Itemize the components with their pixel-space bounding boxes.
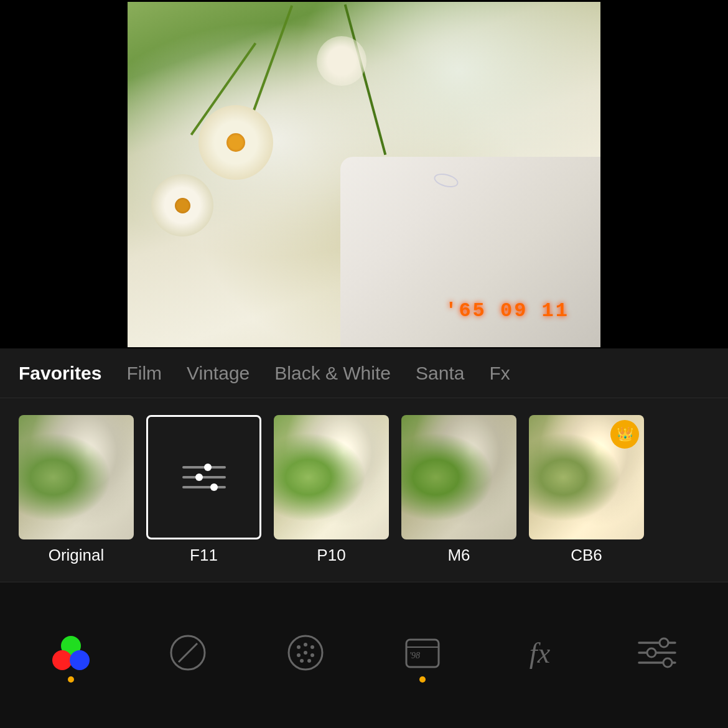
preset-f11-thumb xyxy=(146,415,261,539)
preset-f11-label: F11 xyxy=(190,546,218,565)
preset-m6-thumb xyxy=(401,415,516,539)
crown-icon: 👑 xyxy=(617,426,633,442)
preset-p10-img xyxy=(274,415,389,539)
preset-p10[interactable]: P10 xyxy=(274,415,389,565)
preset-cb6[interactable]: 👑 CB6 xyxy=(529,415,644,565)
svg-point-8 xyxy=(310,653,314,657)
grain-circle-icon xyxy=(286,633,325,672)
grain-tool-icon xyxy=(281,628,330,678)
toolbar-settings[interactable] xyxy=(617,628,698,683)
svg-point-17 xyxy=(660,638,668,647)
adjust-tool-icon xyxy=(163,628,213,678)
tab-favorites[interactable]: Favorites xyxy=(19,360,101,387)
preset-original[interactable]: Original xyxy=(19,415,134,565)
tab-black-white[interactable]: Black & White xyxy=(274,360,391,387)
tab-film[interactable]: Film xyxy=(126,360,162,387)
color-circles-icon xyxy=(52,636,90,670)
toolbar-color[interactable] xyxy=(30,628,111,683)
toolbar-grain[interactable] xyxy=(265,628,346,683)
grain-svg xyxy=(286,633,325,672)
premium-crown-badge: 👑 xyxy=(610,420,639,449)
svg-text:'98: '98 xyxy=(409,651,420,660)
toolbar-fx[interactable]: fx xyxy=(499,628,580,683)
photo-area: '65 09 11 xyxy=(0,0,728,348)
preset-f11-icon-container xyxy=(148,417,259,538)
color-dot-indicator xyxy=(68,676,74,683)
svg-point-7 xyxy=(304,651,307,655)
preset-original-img xyxy=(19,415,134,539)
svg-point-4 xyxy=(304,643,307,646)
tab-vintage[interactable]: Vintage xyxy=(187,360,250,387)
sliders-icon xyxy=(182,466,226,488)
settings-lines-icon xyxy=(638,637,676,669)
adjust-svg xyxy=(169,633,207,672)
slider-line-2 xyxy=(182,476,226,478)
preset-f11[interactable]: F11 xyxy=(146,415,261,565)
slider-line-1 xyxy=(182,466,226,469)
preset-p10-thumb xyxy=(274,415,389,539)
photo-container: '65 09 11 xyxy=(128,2,600,347)
tab-fx[interactable]: Fx xyxy=(489,360,510,387)
preset-m6-img xyxy=(401,415,516,539)
date-dot-indicator xyxy=(419,676,426,683)
toolbar-date[interactable]: '98 xyxy=(382,628,463,683)
settings-tool-icon xyxy=(632,628,682,678)
preset-m6-label: M6 xyxy=(447,546,470,565)
svg-point-19 xyxy=(663,658,672,667)
svg-line-1 xyxy=(179,643,197,662)
toolbar-adjust[interactable] xyxy=(147,628,228,683)
date-stamp: '65 09 11 xyxy=(445,299,569,322)
svg-point-18 xyxy=(647,648,656,657)
svg-point-9 xyxy=(300,659,304,663)
preset-cb6-thumb: 👑 xyxy=(529,415,644,539)
svg-point-6 xyxy=(297,653,301,657)
slider-line-3 xyxy=(182,486,226,488)
filter-tab-bar: Favorites Film Vintage Black & White San… xyxy=(0,348,728,398)
svg-point-10 xyxy=(307,659,311,663)
settings-svg xyxy=(638,637,676,669)
preset-original-thumb xyxy=(19,415,134,539)
date-tool-icon: '98 xyxy=(398,628,447,678)
fx-icon: fx xyxy=(530,637,550,670)
preset-cb6-label: CB6 xyxy=(571,546,602,565)
fx-tool-icon: fx xyxy=(515,628,564,678)
date-svg: '98 xyxy=(403,633,442,672)
color-tool-icon xyxy=(46,628,96,678)
preset-original-label: Original xyxy=(49,546,105,565)
adjust-circle-icon xyxy=(169,633,207,672)
blue-circle xyxy=(70,650,90,670)
bottom-toolbar: '98 fx xyxy=(0,582,728,728)
date-icon-wrapper: '98 xyxy=(403,633,442,672)
preset-p10-label: P10 xyxy=(317,546,345,565)
preset-m6[interactable]: M6 xyxy=(401,415,516,565)
svg-point-5 xyxy=(310,645,314,649)
tab-santa[interactable]: Santa xyxy=(416,360,464,387)
svg-point-3 xyxy=(297,645,301,649)
photo-background: '65 09 11 xyxy=(128,2,600,347)
presets-area: Original F11 P10 M6 xyxy=(0,398,728,582)
